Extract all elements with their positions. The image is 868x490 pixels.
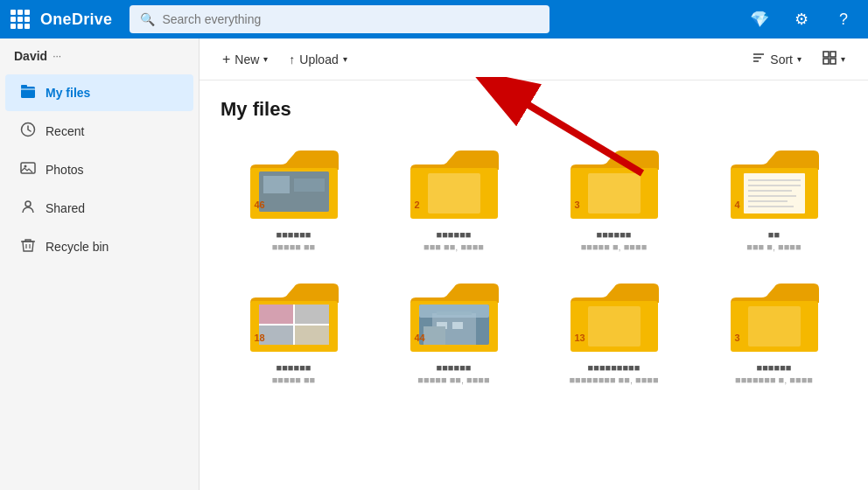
user-suffix: ··· xyxy=(52,50,61,62)
svg-point-5 xyxy=(25,201,31,206)
svg-rect-1 xyxy=(21,85,27,88)
folder-name: ■■■■■■ xyxy=(437,229,472,240)
list-item[interactable]: 18 ■■■■■■ ■■■■■ ■■ xyxy=(220,271,367,390)
folder-name: ■■■■■■ xyxy=(276,362,312,373)
folder-count: 3 xyxy=(575,200,580,210)
sidebar: David ··· My files xyxy=(0,38,200,490)
list-item[interactable]: 3 ■■■■■■ ■■■■■■■ ■, ■■■■ xyxy=(701,271,847,390)
folder-name: ■■ xyxy=(768,229,780,240)
folder-count: 18 xyxy=(255,332,265,343)
folder-count: 13 xyxy=(575,332,585,343)
topbar: OneDrive 🔍 💎 ⚙ ? xyxy=(0,0,868,38)
shared-icon xyxy=(19,199,37,218)
view-toggle-button[interactable]: ▾ xyxy=(814,46,854,73)
upload-chevron-icon: ▾ xyxy=(343,54,347,64)
search-input[interactable] xyxy=(162,12,539,26)
svg-rect-26 xyxy=(588,173,640,214)
sidebar-item-recycle-bin[interactable]: Recycle bin xyxy=(5,228,193,265)
list-item[interactable]: 2 ■■■■■■ ■■■ ■■, ■■■■ xyxy=(381,138,527,257)
folder-name: ■■■■■■ xyxy=(597,229,632,240)
svg-rect-38 xyxy=(295,304,329,324)
main-layout: David ··· My files xyxy=(0,38,868,490)
sidebar-nav: My files Recent xyxy=(0,74,199,266)
folder-thumb: 4 xyxy=(726,145,822,224)
svg-rect-54 xyxy=(748,306,801,346)
files-content: My files xyxy=(200,80,868,490)
folder-thumb: 18 xyxy=(246,278,342,357)
folder-name: ■■■■■■ xyxy=(276,229,312,240)
new-chevron-icon: ▾ xyxy=(263,54,268,64)
folder-thumb: 44 xyxy=(406,278,502,357)
sidebar-item-my-files[interactable]: My files xyxy=(5,74,193,111)
sidebar-label-shared: Shared xyxy=(46,201,85,215)
folder-meta: ■■■■■■■■ ■■, ■■■■ xyxy=(569,374,658,385)
view-chevron-icon: ▾ xyxy=(841,54,845,64)
content: + New ▾ ↑ Upload ▾ xyxy=(200,38,868,490)
folder-meta: ■■■■■■■ ■, ■■■■ xyxy=(735,374,813,385)
list-item[interactable]: 13 ■■■■■■■■■ ■■■■■■■■ ■■, ■■■■ xyxy=(541,271,687,390)
folder-count: 4 xyxy=(735,200,740,210)
svg-rect-37 xyxy=(259,304,293,324)
folder-count: 44 xyxy=(415,332,425,343)
premium-icon[interactable]: 💎 xyxy=(746,5,774,33)
upload-icon: ↑ xyxy=(289,52,295,66)
svg-rect-16 xyxy=(830,59,836,64)
search-bar[interactable]: 🔍 xyxy=(130,5,550,33)
sidebar-label-my-files: My files xyxy=(46,86,90,100)
list-item[interactable]: 46 ■■■■■■ ■■■■■ ■■ xyxy=(220,138,367,257)
help-icon[interactable]: ? xyxy=(830,5,858,33)
svg-rect-24 xyxy=(428,173,480,214)
folder-thumb: 3 xyxy=(726,278,822,357)
folder-name: ■■■■■■ xyxy=(437,362,472,373)
sort-icon xyxy=(752,51,766,67)
folder-meta: ■■■■■ ■■ xyxy=(272,242,316,252)
sidebar-item-recent[interactable]: Recent xyxy=(5,113,193,150)
user-name: David xyxy=(14,49,47,63)
sidebar-user: David ··· xyxy=(0,38,199,74)
apps-icon[interactable] xyxy=(10,10,30,29)
folder-name: ■■■■■■■■■ xyxy=(588,362,640,373)
toolbar-right: Sort ▾ ▾ xyxy=(743,46,854,73)
new-label: New xyxy=(234,52,259,66)
folder-meta: ■■■■■ ■■, ■■■■ xyxy=(417,374,489,385)
svg-rect-14 xyxy=(830,52,836,57)
sidebar-label-recycle-bin: Recycle bin xyxy=(46,240,108,254)
content-wrapper: + New ▾ ↑ Upload ▾ xyxy=(200,38,868,490)
svg-point-4 xyxy=(24,165,27,168)
recycle-bin-icon xyxy=(19,237,37,256)
folder-thumb: 2 xyxy=(406,145,502,224)
sidebar-label-recent: Recent xyxy=(46,124,84,138)
grid-view-icon xyxy=(822,51,836,67)
folder-meta: ■■■ ■■, ■■■■ xyxy=(424,242,484,252)
list-item[interactable]: 44 ■■■■■■ ■■■■■ ■■, ■■■■ xyxy=(381,271,527,390)
svg-rect-21 xyxy=(263,176,290,193)
svg-rect-0 xyxy=(21,87,35,98)
svg-rect-50 xyxy=(419,304,489,318)
folder-count: 46 xyxy=(255,200,265,210)
app-logo: OneDrive xyxy=(40,10,112,29)
new-button[interactable]: + New ▾ xyxy=(214,46,276,73)
page-title: My files xyxy=(220,98,847,121)
sort-button[interactable]: Sort ▾ xyxy=(743,46,810,73)
settings-icon[interactable]: ⚙ xyxy=(788,5,816,33)
recent-icon xyxy=(19,122,37,141)
svg-rect-15 xyxy=(823,59,829,64)
sidebar-item-photos[interactable]: Photos xyxy=(5,151,193,188)
search-icon: 🔍 xyxy=(140,12,155,26)
sidebar-item-shared[interactable]: Shared xyxy=(5,190,193,227)
files-grid: 46 ■■■■■■ ■■■■■ ■■ xyxy=(220,138,847,390)
folder-name: ■■■■■■ xyxy=(757,362,792,373)
plus-icon: + xyxy=(222,52,230,67)
folder-thumb: 3 xyxy=(566,145,662,224)
list-item[interactable]: 4 ■■ ■■■ ■, ■■■■ xyxy=(701,138,847,257)
sidebar-label-photos: Photos xyxy=(46,163,84,177)
upload-button[interactable]: ↑ Upload ▾ xyxy=(280,47,355,72)
folder-thumb: 46 xyxy=(246,145,342,224)
svg-rect-3 xyxy=(21,163,35,173)
list-item[interactable]: 3 ■■■■■■ ■■■■■ ■, ■■■■ xyxy=(541,138,687,257)
svg-rect-13 xyxy=(823,52,829,57)
toolbar: + New ▾ ↑ Upload ▾ xyxy=(200,38,868,80)
folder-count: 3 xyxy=(735,332,740,343)
my-files-icon xyxy=(19,83,37,102)
svg-rect-49 xyxy=(424,326,445,345)
